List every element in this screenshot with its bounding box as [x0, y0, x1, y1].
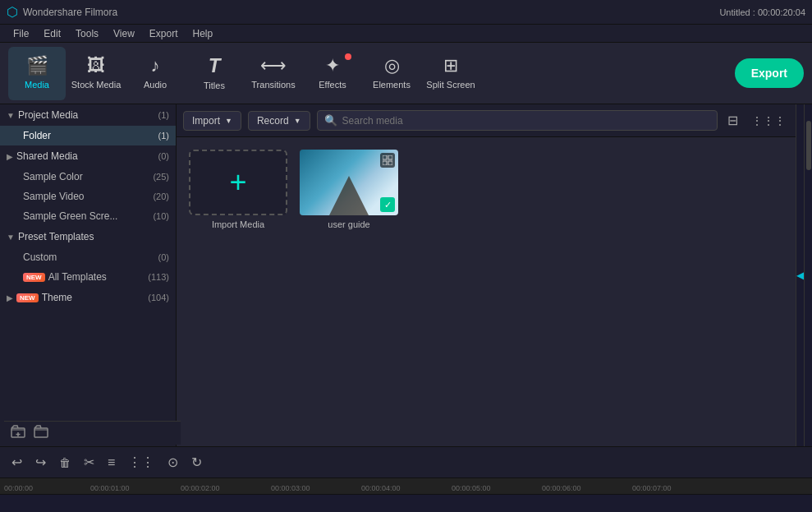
menu-tools[interactable]: Tools [69, 26, 105, 41]
redo-button[interactable]: ↪ [32, 451, 49, 473]
plus-icon: + [229, 168, 246, 197]
record-button[interactable]: Record ▼ [248, 111, 310, 131]
tool-transitions[interactable]: ⟷ Transitions [245, 47, 302, 100]
tool-effects[interactable]: ✦ Effects [304, 47, 361, 100]
grid-view-button[interactable]: ⋮⋮⋮ [748, 113, 789, 129]
tool-effects-label: Effects [319, 80, 346, 90]
project-media-chevron: ▼ [7, 111, 15, 120]
ruler-label-2: 00:00:02:00 [181, 484, 220, 492]
content-toolbar: Import ▼ Record ▼ 🔍 ⊟ ⋮⋮⋮ [177, 104, 796, 137]
svg-rect-3 [388, 161, 392, 165]
tool-audio[interactable]: ♪ Audio [126, 47, 184, 100]
sidebar-section-project-media[interactable]: ▼ Project Media (1) [0, 104, 176, 126]
add-folder-button[interactable] [11, 425, 25, 441]
sample-green-count: (10) [153, 211, 169, 221]
right-scrollbar[interactable] [804, 104, 812, 446]
project-media-count: (1) [158, 110, 169, 120]
sidebar-item-theme[interactable]: ▶ NEW Theme (104) [0, 287, 176, 308]
ruler-label-6: 00:00:06:00 [542, 484, 581, 492]
split-screen-icon: ⊞ [443, 55, 458, 76]
shared-media-chevron: ▶ [7, 152, 13, 161]
user-guide-label: user guide [328, 219, 369, 229]
scroll-thumb[interactable] [806, 121, 811, 170]
sidebar-item-sample-color[interactable]: Sample Color (25) [0, 167, 176, 187]
import-media-box[interactable]: + [189, 150, 287, 215]
timeline-tracks[interactable] [0, 495, 812, 512]
ruler-mark-4: 00:00:04:00 [361, 478, 401, 494]
audio-waveform-button[interactable]: ⋮⋮ [125, 451, 158, 473]
timeline-area: ↩ ↪ 🗑 ✂ ≡ ⋮⋮ ⊙ ↻ 00:00:00 00:00:01:00 00… [0, 446, 812, 512]
collapse-arrow-icon: ◀ [796, 270, 804, 281]
folder-link-button[interactable] [34, 425, 48, 441]
tool-split-screen[interactable]: ⊞ Split Screen [422, 47, 479, 100]
tool-titles[interactable]: T Titles [186, 47, 243, 100]
effects-badge [345, 53, 351, 60]
adjust-button[interactable]: ≡ [104, 452, 118, 473]
all-templates-badge: NEW [23, 273, 45, 282]
import-media-item[interactable]: + Import Media [189, 150, 287, 229]
search-box[interactable]: 🔍 [317, 110, 718, 131]
ruler-mark-2: 00:00:02:00 [181, 478, 220, 494]
tool-split-screen-label: Split Screen [426, 80, 475, 90]
custom-count: (0) [158, 252, 169, 262]
sidebar: ▼ Project Media (1) Folder (1) ▶ Shared … [0, 104, 177, 446]
sidebar-section-preset-templates[interactable]: ▼ Preset Templates [0, 226, 176, 247]
stock-media-icon: 🖼 [87, 55, 105, 76]
tool-stock-media[interactable]: 🖼 Stock Media [67, 47, 125, 100]
tool-elements[interactable]: ◎ Elements [363, 47, 420, 100]
undo-button[interactable]: ↩ [8, 451, 25, 473]
sample-video-count: (20) [153, 191, 169, 201]
ruler-mark-6: 00:00:06:00 [542, 478, 581, 494]
ruler-mark-3: 00:00:03:00 [271, 478, 310, 494]
app-logo-icon: ⬡ [7, 4, 18, 20]
timeline-controls: ↩ ↪ 🗑 ✂ ≡ ⋮⋮ ⊙ ↻ [0, 447, 812, 478]
user-guide-media-item[interactable]: ✓ user guide [300, 150, 398, 229]
ruler-label-4: 00:00:04:00 [361, 484, 401, 492]
tool-titles-label: Titles [204, 81, 225, 91]
timeline-ruler: 00:00:00 00:00:01:00 00:00:02:00 00:00:0… [0, 478, 812, 495]
ruler-label-0: 00:00:00 [4, 484, 33, 492]
menu-help[interactable]: Help [186, 26, 220, 41]
collapse-handle[interactable]: ◀ [796, 104, 804, 446]
sidebar-item-shared-media[interactable]: ▶ Shared Media (0) [0, 145, 176, 167]
main-area: ▼ Project Media (1) Folder (1) ▶ Shared … [0, 104, 812, 446]
ruler-mark-0: 00:00:00 [4, 478, 33, 494]
filter-button[interactable]: ⊟ [724, 111, 741, 130]
ruler-mark-1: 00:00:01:00 [90, 478, 130, 494]
tool-elements-label: Elements [373, 80, 411, 90]
search-input[interactable] [342, 115, 710, 127]
export-button[interactable]: Export [735, 58, 804, 88]
titles-icon: T [209, 54, 221, 77]
import-label: Import [192, 115, 220, 127]
svg-rect-0 [383, 155, 387, 159]
menu-bar: File Edit Tools View Export Help [0, 25, 812, 43]
media-grid: + Import Media ✓ [177, 137, 796, 446]
user-guide-thumb: ✓ [300, 150, 398, 215]
snap-button[interactable]: ⊙ [164, 451, 181, 473]
app-name: Wondershare Filmora [23, 7, 117, 18]
sidebar-item-all-templates[interactable]: NEW All Templates (113) [0, 267, 176, 287]
tool-media[interactable]: 🎬 Media [8, 47, 66, 100]
ruler-label-1: 00:00:01:00 [90, 484, 130, 492]
effects-icon: ✦ [325, 55, 340, 76]
menu-edit[interactable]: Edit [37, 26, 67, 41]
menu-view[interactable]: View [107, 26, 141, 41]
sidebar-item-sample-green[interactable]: Sample Green Scre... (10) [0, 206, 176, 226]
sidebar-item-sample-video[interactable]: Sample Video (20) [0, 187, 176, 206]
transitions-icon: ⟷ [260, 55, 287, 76]
sidebar-item-custom[interactable]: Custom (0) [0, 247, 176, 267]
tool-audio-label: Audio [144, 80, 167, 90]
sample-color-count: (25) [153, 172, 169, 182]
shared-media-count: (0) [158, 151, 169, 161]
menu-file[interactable]: File [7, 26, 35, 41]
sidebar-item-folder[interactable]: Folder (1) [0, 126, 176, 145]
loop-button[interactable]: ↻ [188, 451, 205, 473]
theme-label: Theme [42, 292, 72, 303]
import-button[interactable]: Import ▼ [183, 111, 241, 131]
delete-button[interactable]: 🗑 [56, 453, 74, 473]
menu-export[interactable]: Export [143, 26, 185, 41]
folder-count: (1) [158, 131, 169, 141]
ruler-mark-7: 00:00:07:00 [632, 478, 672, 494]
scissors-button[interactable]: ✂ [80, 451, 98, 473]
content-area: Import ▼ Record ▼ 🔍 ⊟ ⋮⋮⋮ + Import Media [177, 104, 796, 446]
